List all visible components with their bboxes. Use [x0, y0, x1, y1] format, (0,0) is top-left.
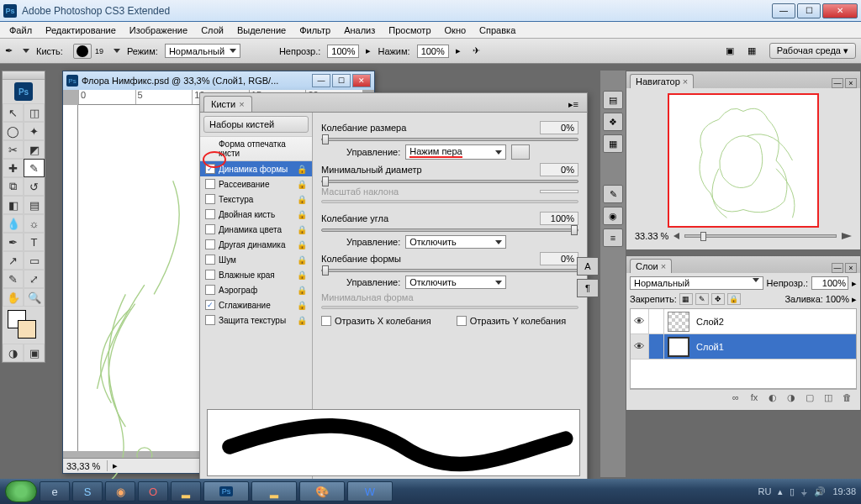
tray-lang[interactable]: RU	[758, 486, 772, 496]
delete-layer-icon[interactable]: 🗑	[839, 392, 854, 404]
maximize-button[interactable]: ☐	[797, 3, 821, 18]
layers-tab[interactable]: Слои×	[630, 259, 672, 273]
taskbar-wmp-icon[interactable]: ◉	[105, 481, 135, 501]
checkbox-icon[interactable]	[205, 224, 215, 234]
control3-dropdown[interactable]: Отключить	[405, 276, 506, 289]
layers-close-icon[interactable]: ×	[845, 263, 857, 273]
slice-tool[interactable]: ◩	[24, 140, 45, 159]
lock-all-icon[interactable]: 🔒	[727, 293, 741, 305]
close-button[interactable]: ✕	[822, 3, 858, 18]
layers-min-icon[interactable]: —	[832, 263, 843, 273]
checkbox-icon[interactable]	[205, 270, 215, 280]
visibility-icon[interactable]: 👁	[631, 334, 649, 359]
menu-help[interactable]: Справка	[473, 24, 521, 37]
dock-icon-6[interactable]: ≡	[603, 228, 623, 247]
size-jitter-value[interactable]: 0%	[540, 121, 578, 134]
type-tool[interactable]: T	[24, 233, 45, 251]
control-action-button[interactable]	[511, 144, 530, 160]
brush-setting-item[interactable]: Сглаживание🔒	[200, 297, 312, 312]
checkbox-icon[interactable]	[205, 315, 215, 325]
hand-tool[interactable]: ✋	[3, 288, 24, 307]
dock-icon-4[interactable]: ✎	[603, 185, 623, 203]
taskbar-skype-icon[interactable]: S	[72, 481, 103, 501]
brush-tool[interactable]: ✎	[24, 159, 45, 177]
menu-image[interactable]: Изображение	[124, 24, 193, 37]
blur-tool[interactable]: 💧	[3, 214, 24, 233]
zoom-tool[interactable]: 🔍	[24, 288, 45, 307]
layer-opacity-field[interactable]: 100%	[811, 276, 848, 290]
dodge-tool[interactable]: ☼	[24, 214, 45, 233]
taskbar-opera-icon[interactable]: O	[138, 481, 168, 501]
checkbox-icon[interactable]	[205, 285, 215, 295]
quickmask-tool[interactable]: ◑	[3, 344, 24, 362]
brush-presets-button[interactable]: Наборы кистей	[203, 116, 309, 133]
checkbox-icon[interactable]	[205, 179, 215, 189]
menu-edit[interactable]: Редактирование	[40, 24, 122, 37]
ruler-vertical[interactable]	[63, 105, 78, 451]
dock2-char-icon[interactable]: A	[577, 257, 599, 276]
dock-icon-3[interactable]: ▦	[603, 134, 623, 153]
flipy-checkbox[interactable]: Отразить Y колебания	[457, 316, 566, 326]
workspace-button[interactable]: Рабочая среда ▾	[769, 43, 856, 59]
flow-field[interactable]: 100%	[417, 45, 449, 58]
taskbar-folder-button[interactable]: ▂	[251, 481, 297, 501]
brush-setting-item[interactable]: Аэрограф🔒	[200, 282, 312, 297]
fill-field[interactable]: 100%	[826, 294, 849, 304]
taskbar-ps-button[interactable]: Ps	[203, 481, 249, 501]
screenmode-tool[interactable]: ▣	[24, 344, 45, 362]
fx-icon[interactable]: fx	[747, 392, 762, 404]
dock2-para-icon[interactable]: ¶	[577, 279, 599, 297]
taskbar-word-button[interactable]: W	[347, 481, 393, 501]
menu-filter[interactable]: Фильтр	[293, 24, 336, 37]
round-jitter-value[interactable]: 0%	[540, 252, 578, 265]
control-dropdown[interactable]: Нажим пера	[405, 144, 506, 160]
menu-analysis[interactable]: Анализ	[338, 24, 381, 37]
brush-setting-item[interactable]: Двойная кисть🔒	[200, 207, 312, 222]
eyedropper-tool[interactable]: ⤢	[24, 270, 45, 288]
size-jitter-slider[interactable]	[321, 138, 578, 141]
tray-vol-icon[interactable]: 🔊	[814, 486, 826, 497]
menu-layer[interactable]: Слой	[195, 24, 230, 37]
close-tab-icon[interactable]: ×	[239, 99, 244, 109]
checkbox-icon[interactable]	[205, 239, 215, 249]
background-swatch[interactable]	[18, 320, 36, 339]
airbrush-icon[interactable]: ✈	[473, 45, 480, 56]
palette-icon[interactable]: ▦	[747, 45, 756, 56]
taskbar-ie-icon[interactable]: e	[40, 481, 70, 501]
lock-paint-icon[interactable]: ✎	[695, 293, 709, 305]
heal-tool[interactable]: ✚	[3, 159, 24, 177]
menu-window[interactable]: Окно	[439, 24, 473, 37]
marquee-tool[interactable]: ◫	[24, 103, 45, 122]
opacity-arrow-icon[interactable]: ▸	[366, 45, 371, 56]
brush-setting-item[interactable]: Другая динамика🔒	[200, 237, 312, 252]
brush-setting-item[interactable]: Влажные края🔒	[200, 267, 312, 282]
pen-tool[interactable]: ✒	[3, 233, 24, 251]
tray-clock[interactable]: 19:38	[832, 486, 856, 496]
taskbar-paint-button[interactable]: 🎨	[299, 481, 345, 501]
wand-tool[interactable]: ✦	[24, 122, 45, 140]
zoom-slider[interactable]	[684, 234, 837, 238]
lasso-tool[interactable]: ◯	[3, 122, 24, 140]
tray-net-icon[interactable]: ⏚	[801, 486, 807, 496]
panel-close-icon[interactable]: ×	[845, 78, 857, 88]
opacity-field[interactable]: 100%	[327, 45, 359, 58]
tray-up-icon[interactable]: ▴	[778, 486, 783, 497]
menu-file[interactable]: Файл	[3, 24, 38, 37]
checkbox-icon[interactable]	[205, 209, 215, 219]
navigator-tab[interactable]: Навигатор×	[630, 74, 694, 88]
menu-select[interactable]: Выделение	[231, 24, 292, 37]
tray-flag-icon[interactable]: ▯	[790, 486, 795, 497]
angle-jitter-value[interactable]: 100%	[540, 212, 578, 225]
panel-menu-icon[interactable]: ▸≡	[563, 97, 584, 112]
control2-dropdown[interactable]: Отключить	[405, 235, 506, 249]
eraser-tool[interactable]: ◧	[3, 196, 24, 214]
flow-arrow-icon[interactable]: ▸	[456, 45, 461, 56]
dock-icon-1[interactable]: ▤	[603, 91, 623, 109]
layer-item[interactable]: 👁Слой2	[631, 309, 856, 334]
navigator-thumbnail[interactable]	[668, 93, 819, 228]
checkbox-icon[interactable]	[205, 300, 215, 310]
path-tool[interactable]: ↗	[3, 251, 24, 270]
taskbar-explorer-icon[interactable]: ▂	[171, 481, 201, 501]
notes-tool[interactable]: ✎	[3, 270, 24, 288]
new-layer-icon[interactable]: ◫	[821, 392, 836, 404]
